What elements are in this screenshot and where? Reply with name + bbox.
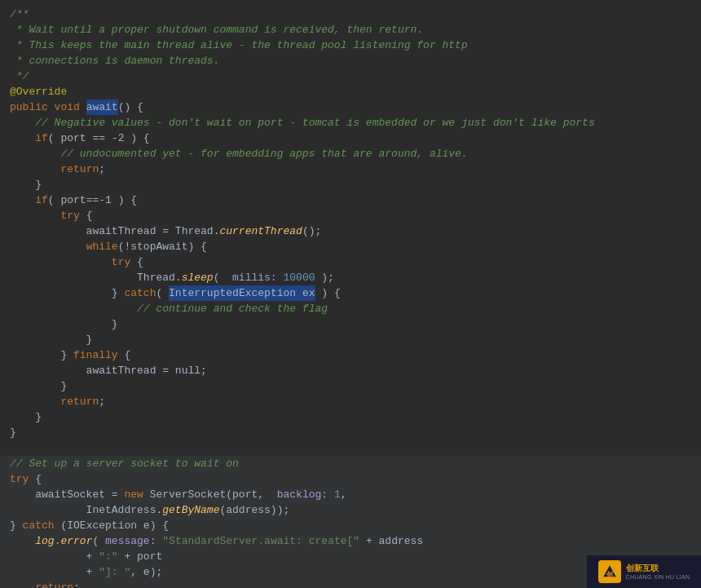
code-normal: InetAddress. <box>10 502 162 518</box>
code-normal: } <box>10 347 73 363</box>
code-line: // continue and check the flag <box>0 301 701 316</box>
method-getbyname: getByName <box>162 502 219 518</box>
method-error: error <box>60 533 92 549</box>
code-normal: } <box>10 332 92 347</box>
code-line: } <box>0 425 701 440</box>
code-line: return; <box>0 394 701 409</box>
comment-text: // Negative values - don't wait on port … <box>10 115 595 130</box>
code-normal: ( <box>156 285 169 301</box>
string-value: "StandardServer.await: create[" <box>162 533 359 549</box>
code-normal: ; <box>99 161 105 177</box>
string-value: "]: " <box>99 564 130 580</box>
code-line: // Set up a server socket to wait on <box>0 456 701 471</box>
watermark-subtitle: CHUANG XIN HU LIAN <box>626 573 690 581</box>
code-line: */ <box>0 69 701 84</box>
code-line: awaitThread = null; <box>0 363 701 378</box>
keyword-catch: catch <box>124 285 156 301</box>
comment-text: * Wait until a proper shutdown command i… <box>10 22 423 38</box>
code-line: * This keeps the main thread alive - the… <box>0 38 701 53</box>
keyword-if: if <box>35 192 48 208</box>
code-normal: Thread. <box>10 270 182 285</box>
code-normal: awaitSocket = <box>10 487 124 502</box>
code-normal <box>156 533 162 549</box>
code-normal: . <box>55 533 61 549</box>
watermark-brand: 创新互联 <box>626 563 690 573</box>
code-normal: ( <box>92 533 105 549</box>
code-normal: + port <box>118 549 163 564</box>
code-normal: } <box>10 425 16 440</box>
keyword-catch: catch <box>23 518 55 533</box>
param-message: message: <box>105 533 156 549</box>
comment-text: // continue and check the flag <box>10 301 328 316</box>
code-line: InetAddress.getByName(address)); <box>0 502 701 518</box>
code-line: log.error( message: "StandardServer.awai… <box>0 533 701 549</box>
code-line: while(!stopAwait) { <box>0 239 701 254</box>
code-line: return; <box>0 161 701 177</box>
string-value: ":" <box>99 549 117 564</box>
code-line: if( port==-1 ) { <box>0 192 701 208</box>
keyword-return: return <box>60 161 99 177</box>
code-line: awaitThread = Thread.currentThread(); <box>0 223 701 239</box>
code-line: Thread.sleep( millis: 10000 ); <box>0 270 701 285</box>
code-normal: (address)); <box>219 502 289 518</box>
code-line: try { <box>0 471 701 487</box>
code-normal: { <box>80 208 93 223</box>
code-normal: awaitThread = null; <box>10 363 207 378</box>
code-normal: ServerSocket(port, <box>143 487 277 502</box>
code-normal: + <box>10 549 99 564</box>
code-normal: (); <box>302 223 321 239</box>
code-normal: } <box>10 177 42 192</box>
keyword-try: try <box>112 254 130 270</box>
code-normal: { <box>130 254 143 270</box>
comment-text: // undocumented yet - for embedding apps… <box>10 146 468 161</box>
code-normal: ( <box>214 270 232 285</box>
method-await: await <box>86 99 118 115</box>
keyword-if: if <box>35 130 48 146</box>
comment-text: /** <box>10 7 29 22</box>
keyword-public: public <box>10 99 55 115</box>
keyword-return: return <box>60 394 99 409</box>
number-value: 1 <box>334 487 341 502</box>
code-editor: /** * Wait until a proper shutdown comma… <box>0 0 701 588</box>
keyword-try: try <box>10 471 29 487</box>
code-normal: } <box>10 518 23 533</box>
code-normal: ( port == -2 ) { <box>48 130 150 146</box>
annotation-text: @Override <box>10 84 67 99</box>
code-normal: awaitThread = Thread. <box>10 223 219 239</box>
exception-highlight: InterruptedException ex <box>169 285 315 301</box>
code-line: public void await() { <box>0 99 701 115</box>
code-line: try { <box>0 254 701 270</box>
keyword-while: while <box>86 239 118 254</box>
logo-icon: 创 <box>601 563 619 581</box>
watermark: 创 创新互联 CHUANG XIN HU LIAN <box>587 555 701 588</box>
code-normal: ( port==-1 ) { <box>48 192 137 208</box>
method-log: log <box>35 533 54 549</box>
method-sleep: sleep <box>182 270 214 285</box>
keyword-return: return <box>35 580 73 588</box>
code-line: @Override <box>0 84 701 99</box>
comment-text: * This keeps the main thread alive - the… <box>10 38 468 53</box>
code-line: } <box>0 332 701 347</box>
keyword-try: try <box>60 208 79 223</box>
code-line: * Wait until a proper shutdown command i… <box>0 22 701 38</box>
code-normal: } <box>10 409 42 425</box>
code-normal: ); <box>315 270 334 285</box>
code-normal: () { <box>118 99 143 115</box>
svg-text:创: 创 <box>606 571 613 578</box>
code-normal: ; <box>73 580 80 588</box>
code-line: } finally { <box>0 347 701 363</box>
code-line: if( port == -2 ) { <box>0 130 701 146</box>
watermark-text: 创新互联 CHUANG XIN HU LIAN <box>626 563 690 581</box>
code-normal <box>10 239 86 254</box>
code-line: awaitSocket = new ServerSocket(port, bac… <box>0 487 701 502</box>
code-line: } <box>0 378 701 394</box>
number-value: 10000 <box>283 270 315 285</box>
code-normal: } <box>10 285 124 301</box>
code-line-empty <box>0 440 701 456</box>
code-normal: { <box>118 347 131 363</box>
keyword-void: void <box>55 99 86 115</box>
code-normal: + address <box>359 533 423 549</box>
code-line: // Negative values - don't wait on port … <box>0 115 701 130</box>
comment-text: * connections is daemon threads. <box>10 53 219 69</box>
code-normal <box>10 580 35 588</box>
